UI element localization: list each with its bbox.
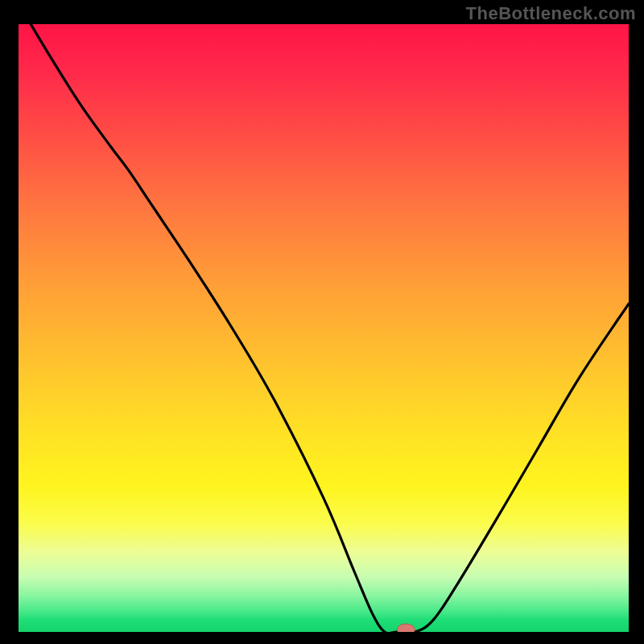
chart-frame: TheBottleneck.com <box>0 0 644 644</box>
curve-svg <box>19 24 629 632</box>
watermark-text: TheBottleneck.com <box>466 3 636 24</box>
bottleneck-curve <box>31 24 629 632</box>
minimum-marker <box>397 624 415 632</box>
plot-area <box>19 24 629 632</box>
